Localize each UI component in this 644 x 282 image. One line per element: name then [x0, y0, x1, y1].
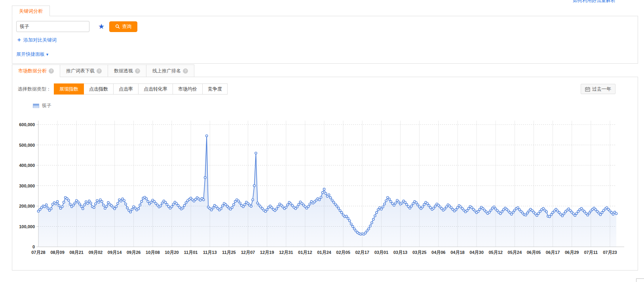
svg-text:11月13: 11月13 — [203, 250, 217, 255]
svg-text:07月11: 07月11 — [584, 250, 598, 255]
svg-text:04月18: 04月18 — [450, 250, 464, 255]
svg-text:02月05: 02月05 — [336, 250, 350, 255]
svg-text:09月14: 09月14 — [108, 250, 122, 255]
tab-market-data-analysis[interactable]: 市场数据分析 ? — [12, 64, 60, 77]
legend-swatch-icon — [33, 104, 39, 108]
legend-label: 筷子 — [42, 102, 51, 109]
svg-text:500,000: 500,000 — [19, 143, 35, 148]
svg-text:11月01: 11月01 — [184, 250, 198, 255]
svg-text:05月12: 05月12 — [488, 250, 502, 255]
expand-quick-panel-link[interactable]: 展开快捷面板▼ — [16, 51, 49, 57]
tab-keyword-analysis[interactable]: 关键词分析 — [12, 6, 50, 16]
data-type-button-group: 展现指数 点击指数 点击率 点击转化率 市场均价 竞争度 — [54, 83, 228, 95]
svg-text:300,000: 300,000 — [19, 184, 35, 188]
svg-text:02月17: 02月17 — [355, 250, 369, 255]
data-type-row: 选择数据类型： 展现指数 点击指数 点击率 点击转化率 市场均价 竞争度 — [18, 83, 632, 95]
svg-text:06月17: 06月17 — [546, 250, 560, 255]
legend-item-kuaizi[interactable]: 筷子 — [33, 102, 632, 109]
data-type-impression-index[interactable]: 展现指数 — [54, 83, 84, 95]
svg-text:600,000: 600,000 — [19, 122, 35, 127]
favorite-star-icon[interactable]: ★ — [98, 23, 104, 30]
analysis-panel-body: 选择数据类型： 展现指数 点击指数 点击率 点击转化率 市场均价 竞争度 — [12, 77, 638, 271]
svg-text:12月19: 12月19 — [260, 250, 274, 255]
floating-corner-widget[interactable] — [636, 278, 644, 282]
help-traffic-analysis-link[interactable]: 如何利用好流量解析 — [573, 0, 616, 4]
tab-online-promo-ranking[interactable]: 线上推广排名 ? — [146, 64, 194, 77]
svg-text:100,000: 100,000 — [19, 224, 35, 229]
data-type-market-avg-price[interactable]: 市场均价 — [173, 83, 203, 95]
svg-text:11月25: 11月25 — [222, 250, 236, 255]
calendar-icon — [585, 87, 590, 92]
svg-text:03月01: 03月01 — [374, 250, 388, 255]
svg-text:03月25: 03月25 — [412, 250, 426, 255]
help-icon[interactable]: ? — [49, 68, 54, 74]
svg-text:06月29: 06月29 — [565, 250, 579, 255]
svg-text:04月06: 04月06 — [431, 250, 445, 255]
plus-icon: ＋ — [16, 36, 22, 43]
chevron-down-icon: ▼ — [46, 53, 49, 57]
analysis-panel: 市场数据分析 ? 推广词表下载 ? 数据透视 ? 线上推广排名 ? 选择数据类型… — [12, 64, 638, 271]
data-type-competition[interactable]: 竞争度 — [202, 83, 228, 95]
svg-text:08月21: 08月21 — [70, 250, 84, 255]
keyword-input[interactable] — [16, 21, 89, 32]
svg-text:05月24: 05月24 — [508, 250, 522, 255]
help-icon[interactable]: ? — [135, 68, 140, 74]
query-button[interactable]: 查询 — [109, 21, 137, 32]
date-range-button[interactable]: 过去一年 — [581, 84, 616, 94]
tab-data-pivot[interactable]: 数据透视 ? — [108, 64, 146, 77]
trend-chart-svg: 0100,000200,000300,000400,000500,000600,… — [18, 119, 632, 258]
data-type-cvr[interactable]: 点击转化率 — [138, 83, 173, 95]
query-button-label: 查询 — [122, 23, 131, 30]
svg-text:0: 0 — [32, 244, 35, 249]
svg-text:08月09: 08月09 — [50, 250, 64, 255]
svg-text:07月23: 07月23 — [603, 250, 617, 255]
help-icon[interactable]: ? — [183, 68, 188, 74]
svg-text:06月05: 06月05 — [527, 250, 541, 255]
help-icon[interactable]: ? — [97, 68, 102, 74]
svg-text:12月31: 12月31 — [279, 250, 293, 255]
svg-text:04月30: 04月30 — [469, 250, 483, 255]
tab-promo-wordlist-download[interactable]: 推广词表下载 ? — [60, 64, 108, 77]
svg-text:01月12: 01月12 — [298, 250, 312, 255]
search-icon — [115, 24, 120, 29]
svg-text:09月26: 09月26 — [127, 250, 141, 255]
svg-text:03月13: 03月13 — [393, 250, 407, 255]
svg-text:10月08: 10月08 — [146, 250, 160, 255]
svg-text:200,000: 200,000 — [19, 204, 35, 208]
svg-text:10月20: 10月20 — [165, 250, 179, 255]
svg-text:09月02: 09月02 — [89, 250, 103, 255]
data-type-ctr[interactable]: 点击率 — [113, 83, 139, 95]
add-compare-keyword-link[interactable]: ＋添加对比关键词 — [16, 37, 57, 43]
data-type-label: 选择数据类型： — [18, 86, 51, 93]
svg-text:400,000: 400,000 — [19, 163, 35, 168]
keyword-panel: 关键词分析 ★ 查询 ＋添加对比关键词 — [12, 6, 638, 64]
data-type-click-index[interactable]: 点击指数 — [84, 83, 114, 95]
page: 如何利用好流量解析 关键词分析 ★ 查询 ＋添加对比关键词 — [0, 0, 644, 282]
trend-chart: 0100,000200,000300,000400,000500,000600,… — [18, 119, 632, 259]
keyword-panel-body: ★ 查询 ＋添加对比关键词 展开快捷面板▼ — [12, 16, 638, 64]
svg-text:07月28: 07月28 — [31, 250, 45, 255]
svg-text:12月07: 12月07 — [241, 250, 255, 255]
analysis-tabs: 市场数据分析 ? 推广词表下载 ? 数据透视 ? 线上推广排名 ? — [12, 64, 638, 77]
svg-text:01月24: 01月24 — [317, 250, 331, 255]
